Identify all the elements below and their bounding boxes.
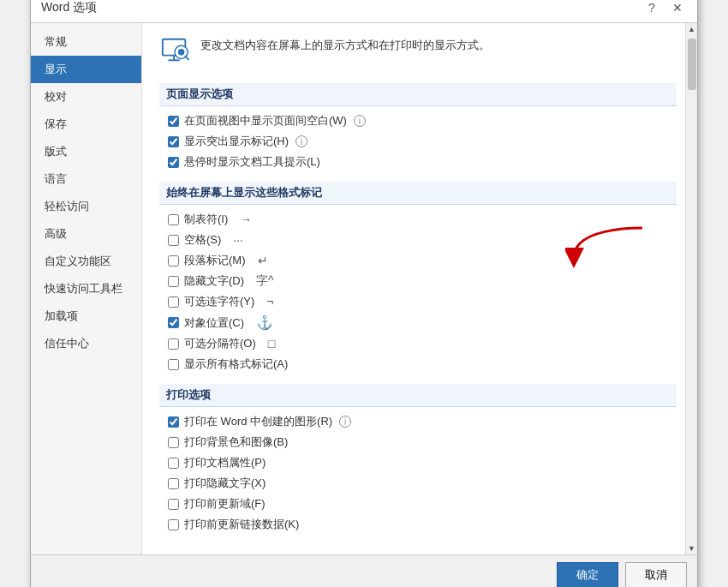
- format-option-label-4: 可选连字符(Y): [184, 294, 254, 309]
- info-icon-1[interactable]: i: [295, 135, 307, 147]
- print-option-checkbox-1[interactable]: [168, 437, 179, 448]
- format-option-row-6: 可选分隔符(O)□: [168, 336, 677, 351]
- print-option-row-2: 打印文档属性(P): [168, 455, 677, 470]
- print-info-icon-0[interactable]: i: [339, 416, 351, 428]
- dialog-body: 常规显示校对保存版式语言轻松访问高级自定义功能区快速访问工具栏加载项信任中心 更…: [31, 23, 697, 554]
- header-description: 更改文档内容在屏幕上的显示方式和在打印时的显示方式。: [200, 33, 490, 54]
- sidebar-item-6[interactable]: 轻松访问: [31, 193, 141, 220]
- format-option-row-7: 显示所有格式标记(A): [168, 356, 677, 372]
- info-icon-0[interactable]: i: [354, 115, 366, 127]
- svg-line-5: [185, 57, 188, 60]
- sidebar-item-2[interactable]: 校对: [31, 83, 141, 111]
- print-option-checkbox-2[interactable]: [168, 458, 179, 469]
- page-option-row-0: 在页面视图中显示页面间空白(W)i: [168, 113, 677, 129]
- page-option-label-2: 悬停时显示文档工具提示(L): [184, 154, 320, 170]
- format-option-checkbox-2[interactable]: [168, 255, 179, 267]
- page-option-checkbox-0[interactable]: [168, 116, 179, 127]
- page-option-row-2: 悬停时显示文档工具提示(L): [168, 154, 677, 170]
- dialog-footer: 确定 取消: [31, 554, 697, 587]
- print-option-label-5: 打印前更新链接数据(K): [184, 517, 299, 532]
- word-options-dialog: Word 选项 ? ✕ 常规显示校对保存版式语言轻松访问高级自定义功能区快速访问…: [30, 0, 698, 587]
- print-option-checkbox-0[interactable]: [168, 416, 179, 428]
- print-option-checkbox-3[interactable]: [168, 478, 179, 489]
- format-option-row-4: 可选连字符(Y)¬: [168, 294, 677, 309]
- sidebar-item-10[interactable]: 加载项: [31, 302, 141, 330]
- page-option-label-0: 在页面视图中显示页面间空白(W): [184, 113, 347, 129]
- format-symbol-6: □: [268, 337, 275, 350]
- page-option-checkbox-2[interactable]: [168, 157, 179, 168]
- format-option-row-0: 制表符(I)→: [168, 212, 677, 227]
- format-option-label-3: 隐藏文字(D): [184, 273, 244, 289]
- scroll-down-button[interactable]: ▼: [686, 542, 698, 554]
- print-option-row-5: 打印前更新链接数据(K): [168, 517, 677, 532]
- print-option-checkbox-4[interactable]: [168, 499, 179, 510]
- format-option-label-6: 可选分隔符(O): [184, 336, 256, 351]
- cancel-button[interactable]: 取消: [625, 562, 687, 587]
- svg-point-4: [178, 49, 185, 56]
- print-option-row-0: 打印在 Word 中创建的图形(R)i: [168, 414, 677, 429]
- scroll-thumb[interactable]: [688, 39, 696, 90]
- page-option-label-1: 显示突出显示标记(H): [184, 134, 289, 149]
- print-option-checkbox-5[interactable]: [168, 519, 179, 530]
- format-symbol-2: ↵: [258, 254, 268, 267]
- format-option-checkbox-7[interactable]: [168, 359, 179, 370]
- sidebar-item-1[interactable]: 显示: [31, 56, 141, 83]
- print-option-label-4: 打印前更新域(F): [184, 496, 266, 512]
- format-option-label-0: 制表符(I): [184, 212, 228, 227]
- display-icon: [159, 33, 192, 66]
- format-option-checkbox-3[interactable]: [168, 276, 179, 287]
- print-option-row-3: 打印隐藏文字(X): [168, 476, 677, 491]
- print-option-row-1: 打印背景色和图像(B): [168, 434, 677, 450]
- sidebar-item-7[interactable]: 高级: [31, 220, 141, 248]
- section-print-content: 打印在 Word 中创建的图形(R)i打印背景色和图像(B)打印文档属性(P)打…: [159, 414, 677, 532]
- format-option-label-1: 空格(S): [184, 232, 221, 248]
- dialog-title: Word 选项: [41, 0, 97, 15]
- ok-button[interactable]: 确定: [557, 562, 618, 587]
- format-option-checkbox-1[interactable]: [168, 235, 179, 246]
- section-format-content: 制表符(I)→空格(S)···段落标记(M)↵隐藏文字(D)字^可选连字符(Y)…: [159, 212, 677, 372]
- format-symbol-1: ···: [233, 233, 243, 247]
- sidebar-item-4[interactable]: 版式: [31, 138, 141, 165]
- scroll-up-button[interactable]: ▲: [686, 23, 698, 35]
- print-option-label-3: 打印隐藏文字(X): [184, 476, 266, 491]
- close-button[interactable]: ✕: [668, 0, 687, 17]
- format-option-row-2: 段落标记(M)↵: [168, 253, 677, 268]
- section-print-options: 打印选项 打印在 Word 中创建的图形(R)i打印背景色和图像(B)打印文档属…: [159, 384, 677, 532]
- print-option-label-2: 打印文档属性(P): [184, 455, 266, 470]
- page-option-checkbox-1[interactable]: [168, 136, 179, 147]
- title-bar: Word 选项 ? ✕: [31, 0, 697, 23]
- format-option-checkbox-0[interactable]: [168, 214, 179, 225]
- section-page-content: 在页面视图中显示页面间空白(W)i显示突出显示标记(H)i悬停时显示文档工具提示…: [159, 113, 677, 170]
- sidebar-item-11[interactable]: 信任中心: [31, 330, 141, 357]
- sidebar-item-9[interactable]: 快速访问工具栏: [31, 275, 141, 302]
- format-option-row-3: 隐藏文字(D)字^: [168, 273, 677, 289]
- format-option-checkbox-4[interactable]: [168, 296, 179, 308]
- section-print-title: 打印选项: [159, 384, 677, 407]
- scrollbar[interactable]: ▲ ▼: [685, 23, 697, 554]
- format-symbol-4: ¬: [266, 295, 273, 308]
- sidebar-item-3[interactable]: 保存: [31, 111, 141, 138]
- content-header: 更改文档内容在屏幕上的显示方式和在打印时的显示方式。: [159, 33, 677, 71]
- format-symbol-3: 字^: [256, 273, 274, 289]
- content-area: 更改文档内容在屏幕上的显示方式和在打印时的显示方式。 页面显示选项 在页面视图中…: [142, 23, 697, 554]
- format-symbol-5: ⚓: [256, 314, 273, 331]
- page-option-row-1: 显示突出显示标记(H)i: [168, 134, 677, 149]
- sidebar-item-5[interactable]: 语言: [31, 165, 141, 193]
- section-format-title: 始终在屏幕上显示这些格式标记: [159, 182, 677, 205]
- format-option-label-2: 段落标记(M): [184, 253, 246, 268]
- format-option-checkbox-6[interactable]: [168, 338, 179, 350]
- print-option-label-0: 打印在 Word 中创建的图形(R): [184, 414, 332, 429]
- section-page-display: 页面显示选项 在页面视图中显示页面间空白(W)i显示突出显示标记(H)i悬停时显…: [159, 83, 677, 170]
- format-option-label-5: 对象位置(C): [184, 315, 244, 331]
- section-page-title: 页面显示选项: [159, 83, 677, 106]
- sidebar: 常规显示校对保存版式语言轻松访问高级自定义功能区快速访问工具栏加载项信任中心: [31, 23, 142, 554]
- help-button[interactable]: ?: [642, 0, 661, 17]
- sidebar-item-8[interactable]: 自定义功能区: [31, 248, 141, 275]
- format-option-row-5: 对象位置(C)⚓: [168, 314, 677, 331]
- print-option-label-1: 打印背景色和图像(B): [184, 434, 288, 450]
- format-option-checkbox-5[interactable]: [168, 317, 179, 328]
- sidebar-item-0[interactable]: 常规: [31, 28, 141, 56]
- format-option-row-1: 空格(S)···: [168, 232, 677, 248]
- title-bar-buttons: ? ✕: [642, 0, 687, 17]
- format-symbol-0: →: [240, 213, 252, 226]
